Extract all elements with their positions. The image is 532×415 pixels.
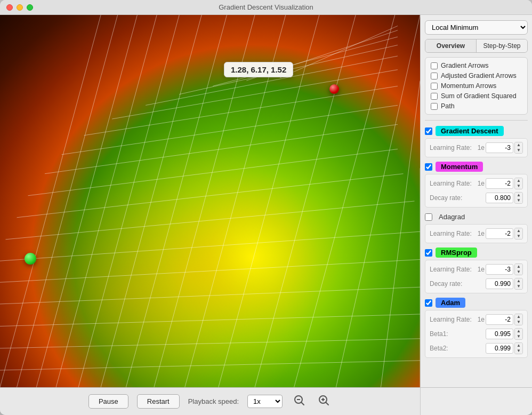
zoom-in-button[interactable]	[316, 393, 332, 410]
ada-lr-up[interactable]: ▲	[515, 228, 522, 234]
checkbox-gradient-arrows-label: Gradient Arrows	[441, 62, 489, 69]
tab-bar: Overview Step-by-Step	[425, 39, 528, 53]
adam-lr-label: Learning Rate:	[430, 316, 472, 323]
rms-dr-input-group: ▲ ▼	[486, 278, 523, 290]
checkbox-path-label: Path	[441, 102, 455, 110]
checkbox-gradient-arrows[interactable]	[431, 62, 438, 69]
adam-lr-stepper: ▲ ▼	[514, 314, 523, 325]
zoom-in-icon	[318, 394, 329, 406]
visualization-area[interactable]: 1.28, 6.17, 1.52	[0, 15, 420, 387]
rmsprop-header: RMSprop	[425, 248, 528, 258]
display-options-panel: Gradient Arrows Adjusted Gradient Arrows…	[425, 57, 528, 115]
mom-dr-label: Decay rate:	[430, 194, 462, 202]
adagrad-checkbox[interactable]	[425, 213, 432, 221]
adam-lr-row: Learning Rate: 1e ▲ ▼	[430, 314, 523, 325]
rmsprop-section: RMSprop Learning Rate: 1e ▲ ▼	[425, 248, 528, 293]
rms-dr-input[interactable]	[486, 278, 513, 289]
adam-checkbox[interactable]	[425, 299, 432, 307]
tab-stepbystep[interactable]: Step-by-Step	[477, 39, 527, 52]
checkbox-momentum-arrows-label: Momentum Arrows	[441, 82, 496, 90]
checkbox-sum-gradient-row: Sum of Gradient Squared	[431, 92, 522, 100]
adagrad-header: Adagrad	[425, 212, 528, 222]
red-ball	[329, 84, 339, 94]
ada-lr-label: Learning Rate:	[430, 230, 472, 237]
gd-lr-prefix: 1e	[478, 144, 485, 151]
checkbox-momentum-arrows[interactable]	[431, 83, 438, 90]
adam-header: Adam	[425, 298, 528, 308]
rms-lr-up[interactable]: ▲	[515, 264, 522, 269]
mode-dropdown[interactable]: Local Minimum Saddle Point Global Minimu…	[425, 20, 528, 35]
adam-beta2-down[interactable]: ▼	[515, 348, 522, 354]
adam-lr-down[interactable]: ▼	[515, 320, 522, 325]
checkbox-adjusted-gradient-label: Adjusted Gradient Arrows	[441, 72, 517, 79]
rms-dr-up[interactable]: ▲	[515, 278, 522, 284]
checkbox-path[interactable]	[431, 103, 438, 110]
gradient-descent-params: Learning Rate: 1e ▲ ▼	[425, 138, 528, 157]
rms-lr-stepper: ▲ ▼	[514, 264, 523, 275]
adam-beta1-input[interactable]	[486, 329, 513, 339]
adam-section: Adam Learning Rate: 1e ▲ ▼	[425, 298, 528, 358]
mom-lr-up[interactable]: ▲	[515, 178, 522, 183]
adam-beta2-input[interactable]	[486, 343, 513, 354]
rms-lr-prefix: 1e	[478, 266, 485, 273]
mom-dr-up[interactable]: ▲	[515, 193, 522, 198]
momentum-params: Learning Rate: 1e ▲ ▼ Decay rate:	[425, 174, 528, 208]
restart-button[interactable]: Restart	[137, 394, 180, 409]
tab-overview[interactable]: Overview	[425, 39, 477, 52]
gd-lr-down[interactable]: ▼	[515, 148, 522, 153]
ada-lr-input[interactable]	[486, 228, 513, 239]
surface-overlay	[0, 15, 420, 387]
rms-dr-down[interactable]: ▼	[515, 284, 522, 289]
momentum-checkbox[interactable]	[425, 163, 432, 171]
mom-lr-row: Learning Rate: 1e ▲ ▼	[430, 178, 523, 189]
rms-lr-label: Learning Rate:	[430, 266, 472, 273]
rms-lr-down[interactable]: ▼	[515, 269, 522, 275]
mom-lr-prefix: 1e	[478, 180, 485, 187]
mom-dr-input[interactable]	[486, 193, 513, 203]
svg-line-39	[326, 403, 329, 405]
adam-beta1-stepper: ▲ ▼	[514, 328, 523, 340]
adam-lr-up[interactable]: ▲	[515, 314, 522, 320]
bottom-controls: Pause Restart Playback speed: 0.25x 0.5x…	[0, 387, 420, 415]
coordinate-tooltip: 1.28, 6.17, 1.52	[224, 62, 293, 77]
adam-beta1-up[interactable]: ▲	[515, 329, 522, 334]
ada-lr-down[interactable]: ▼	[515, 234, 522, 239]
gd-lr-input[interactable]	[486, 142, 513, 153]
mom-lr-down[interactable]: ▼	[515, 183, 522, 189]
mom-dr-down[interactable]: ▼	[515, 198, 522, 203]
adam-badge: Adam	[436, 298, 465, 308]
close-button[interactable]	[6, 4, 13, 11]
adam-beta2-input-group: ▲ ▼	[486, 342, 523, 354]
rmsprop-checkbox[interactable]	[425, 249, 432, 257]
pause-button[interactable]: Pause	[88, 394, 128, 409]
gd-lr-label: Learning Rate:	[430, 144, 472, 151]
checkbox-adjusted-gradient[interactable]	[431, 73, 438, 79]
gradient-descent-header: Gradient Descent	[425, 126, 528, 136]
rms-dr-row: Decay rate: ▲ ▼	[430, 278, 523, 290]
adam-beta1-down[interactable]: ▼	[515, 334, 522, 339]
maximize-button[interactable]	[27, 4, 33, 11]
adagrad-params: Learning Rate: 1e ▲ ▼	[425, 224, 528, 243]
momentum-header: Momentum	[425, 162, 528, 172]
adam-lr-input[interactable]	[486, 314, 513, 325]
rms-lr-input[interactable]	[486, 264, 513, 275]
mode-dropdown-row: Local Minimum Saddle Point Global Minimu…	[425, 20, 528, 35]
gd-lr-up[interactable]: ▲	[515, 142, 522, 148]
mom-lr-input[interactable]	[486, 178, 513, 189]
svg-line-35	[302, 403, 304, 405]
zoom-out-button[interactable]	[291, 393, 307, 410]
checkbox-sum-gradient[interactable]	[431, 93, 438, 100]
rmsprop-badge: RMSprop	[436, 248, 477, 258]
checkbox-path-row: Path	[431, 102, 522, 110]
playback-speed-label: Playback speed:	[188, 397, 239, 405]
right-panel: Local Minimum Saddle Point Global Minimu…	[420, 15, 532, 387]
rmsprop-params: Learning Rate: 1e ▲ ▼ Decay rate:	[425, 260, 528, 293]
minimize-button[interactable]	[17, 4, 23, 11]
adam-lr-prefix: 1e	[478, 316, 485, 323]
adam-beta2-up[interactable]: ▲	[515, 343, 522, 348]
rms-dr-stepper: ▲ ▼	[514, 278, 523, 290]
traffic-lights	[6, 4, 33, 11]
speed-select[interactable]: 0.25x 0.5x 1x 2x 4x	[247, 395, 283, 408]
adam-params: Learning Rate: 1e ▲ ▼ Beta1:	[425, 310, 528, 358]
gradient-descent-checkbox[interactable]	[425, 127, 432, 135]
